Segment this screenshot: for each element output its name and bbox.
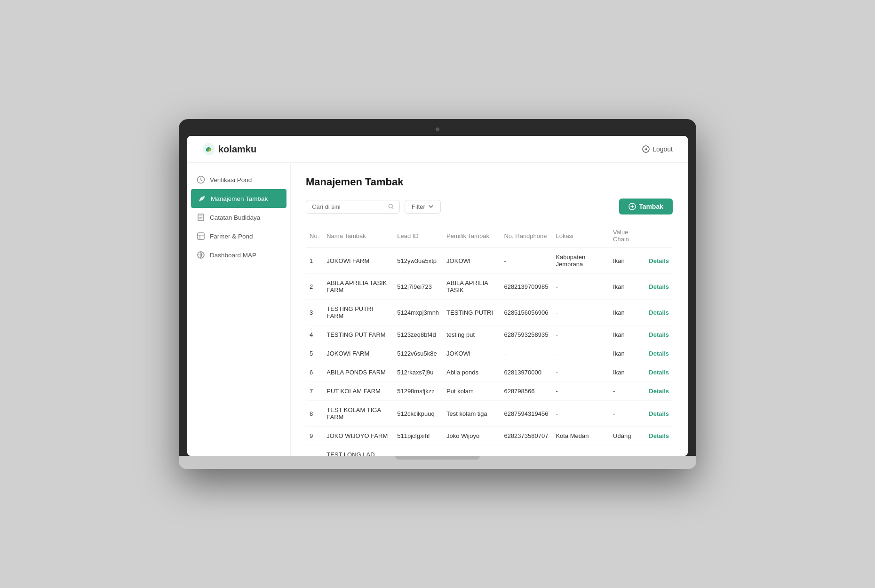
table-row: 1 JOKOWI FARM 512yw3ua5xtp JOKOWI - Kabu… <box>306 248 673 274</box>
cell-nama: TEST KOLAM TIGA FARM <box>323 401 393 427</box>
cell-value-chain: - <box>609 401 645 427</box>
table-row: 9 JOKO WIJOYO FARM 511pjcfgxihf Joko Wij… <box>306 427 673 445</box>
cell-phone: 628798566 <box>500 382 552 401</box>
leaf-icon <box>198 194 206 203</box>
details-link[interactable]: Details <box>649 410 669 417</box>
svg-rect-4 <box>198 233 204 239</box>
cell-lokasi: - <box>552 382 609 401</box>
cell-lokasi: - <box>552 344 609 363</box>
cell-no: 4 <box>306 326 323 344</box>
cell-lead-id: 512yw3ua5xtp <box>393 248 443 274</box>
table-row: 4 TESTING PUT FARM 5123zeq8bf4d testing … <box>306 326 673 344</box>
chevron-down-icon <box>428 204 434 209</box>
cell-action[interactable]: Details <box>645 300 673 326</box>
cell-action[interactable]: Details <box>645 363 673 382</box>
cell-no: 7 <box>306 382 323 401</box>
cell-action[interactable]: Details <box>645 401 673 427</box>
logo: kolamku <box>202 143 256 156</box>
cell-phone: - <box>500 344 552 363</box>
cell-lead-id: 512j7i9ei723 <box>393 274 443 300</box>
details-link[interactable]: Details <box>649 432 669 439</box>
cell-lead-id: 511pjcfgxihf <box>393 427 443 445</box>
sidebar-item-dashboard-map[interactable]: Dashboard MAP <box>187 246 290 264</box>
cell-action[interactable]: Details <box>645 382 673 401</box>
page-title: Manajemen Tambak <box>306 176 673 188</box>
cell-action[interactable]: Details <box>645 326 673 344</box>
search-box[interactable] <box>306 200 400 214</box>
table-icon <box>197 232 205 240</box>
cell-value-chain: Ikan <box>609 248 645 274</box>
cell-phone: 6287663445678 <box>500 445 552 456</box>
table-row: 8 TEST KOLAM TIGA FARM 512ckcikpuuq Test… <box>306 401 673 427</box>
filter-button[interactable]: Filter <box>405 200 441 214</box>
cell-lead-id: 5124mxpj3mnh <box>393 300 443 326</box>
table-row: 10 TEST LONG LAD FARM 512sz3qvxyr3 test … <box>306 445 673 456</box>
cell-pemilik: test long lad <box>443 445 500 456</box>
cell-value-chain: Ikan <box>609 300 645 326</box>
cell-nama: TEST LONG LAD FARM <box>323 445 393 456</box>
cell-value-chain: Ikan <box>609 445 645 456</box>
col-phone: No. Handphone <box>500 224 552 248</box>
cell-no: 2 <box>306 274 323 300</box>
document-icon <box>197 213 205 222</box>
cell-no: 8 <box>306 401 323 427</box>
cell-value-chain: Ikan <box>609 344 645 363</box>
cell-lokasi: - <box>552 363 609 382</box>
cell-action[interactable]: Details <box>645 248 673 274</box>
col-nama: Nama Tambak <box>323 224 393 248</box>
cell-value-chain: Ikan <box>609 326 645 344</box>
details-link[interactable]: Details <box>649 350 669 357</box>
cell-lokasi: - <box>552 326 609 344</box>
sidebar-item-verifikasi-pond[interactable]: Verifikasi Pond <box>187 170 290 189</box>
add-tambak-button[interactable]: Tambak <box>619 199 673 215</box>
details-link[interactable]: Details <box>649 369 669 376</box>
cell-lokasi: Kota Medan <box>552 427 609 445</box>
cell-phone: 6287594319456 <box>500 401 552 427</box>
sidebar-item-manajemen-tambak[interactable]: Manajemen Tambak <box>191 189 286 208</box>
cell-phone: 6287593258935 <box>500 326 552 344</box>
cell-phone: 6282139700985 <box>500 274 552 300</box>
cell-phone: 6282373580707 <box>500 427 552 445</box>
col-pemilik: Pemilik Tambak <box>443 224 500 248</box>
search-input[interactable] <box>312 203 384 210</box>
cell-action[interactable]: Details <box>645 445 673 456</box>
table-row: 7 PUT KOLAM FARM 51298msfjkzz Put kolam … <box>306 382 673 401</box>
table-row: 3 TESTING PUTRI FARM 5124mxpj3mnh TESTIN… <box>306 300 673 326</box>
brand-name: kolamku <box>218 144 256 155</box>
cell-action[interactable]: Details <box>645 344 673 363</box>
col-action <box>645 224 673 248</box>
cell-lead-id: 512sz3qvxyr3 <box>393 445 443 456</box>
details-link[interactable]: Details <box>649 283 669 290</box>
details-link[interactable]: Details <box>649 388 669 395</box>
tambak-table: No. Nama Tambak Lead ID Pemilik Tambak N… <box>306 224 673 456</box>
cell-pemilik: JOKOWI <box>443 344 500 363</box>
table-row: 5 JOKOWI FARM 5122v6su5k8e JOKOWI - - Ik… <box>306 344 673 363</box>
cell-pemilik: TESTING PUTRI <box>443 300 500 326</box>
cell-value-chain: Ikan <box>609 274 645 300</box>
cell-phone: 6285156056906 <box>500 300 552 326</box>
sidebar-item-catatan-budidaya[interactable]: Catatan Budidaya <box>187 208 290 227</box>
details-link[interactable]: Details <box>649 309 669 316</box>
cell-nama: ABILA APRILIA TASIK FARM <box>323 274 393 300</box>
details-link[interactable]: Details <box>649 257 669 264</box>
cell-lead-id: 51298msfjkzz <box>393 382 443 401</box>
cell-phone: 62813970000 <box>500 363 552 382</box>
logout-button[interactable]: Logout <box>642 145 673 153</box>
cell-pemilik: Joko Wijoyo <box>443 427 500 445</box>
cell-lokasi: - <box>552 274 609 300</box>
cell-no: 1 <box>306 248 323 274</box>
cell-nama: JOKOWI FARM <box>323 344 393 363</box>
cell-lokasi: - <box>552 401 609 427</box>
cell-action[interactable]: Details <box>645 274 673 300</box>
toolbar: Filter Tambak <box>306 199 673 215</box>
details-link[interactable]: Details <box>649 331 669 338</box>
cell-lead-id: 512rkaxs7j9u <box>393 363 443 382</box>
cell-pemilik: JOKOWI <box>443 248 500 274</box>
sidebar-item-farmer-pond[interactable]: Farmer & Pond <box>187 227 290 246</box>
cell-lead-id: 512ckcikpuuq <box>393 401 443 427</box>
cell-action[interactable]: Details <box>645 427 673 445</box>
sidebar: Verifikasi Pond Manajemen Tambak <box>187 163 291 456</box>
cell-pemilik: Abila ponds <box>443 363 500 382</box>
cell-no: 9 <box>306 427 323 445</box>
cell-lokasi: - <box>552 300 609 326</box>
